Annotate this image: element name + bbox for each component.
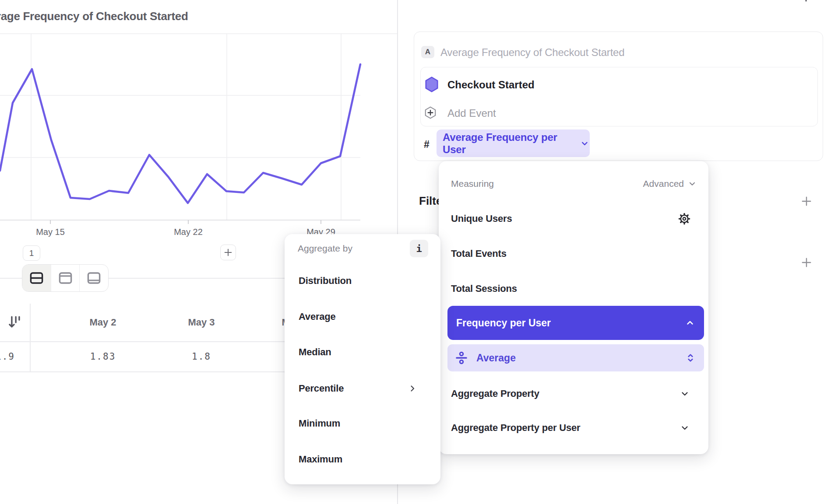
metric-name-input[interactable]: Average Frequency of Checkout Started	[440, 46, 624, 59]
menu-item-distribution[interactable]: Distribution	[299, 271, 430, 290]
plus-icon	[801, 196, 812, 207]
x-tick-label: May 22	[174, 227, 203, 237]
advanced-toggle[interactable]: Advanced	[643, 178, 697, 189]
metric-section-heading: Metric	[419, 0, 453, 2]
add-chart-button[interactable]	[220, 245, 236, 260]
aggregate-by-header: Aggregate by	[298, 243, 352, 254]
up-down-arrows-icon	[685, 352, 696, 364]
x-tick-label: May 15	[36, 227, 65, 237]
measuring-header: Measuring	[451, 178, 494, 189]
line-chart	[0, 0, 397, 245]
add-breakdown-button[interactable]	[801, 257, 812, 268]
gear-icon[interactable]	[678, 212, 691, 225]
chevron-up-icon	[685, 318, 695, 328]
event-hexagon-icon	[424, 76, 439, 93]
table-column-divider	[30, 304, 31, 372]
add-filter-button[interactable]	[801, 196, 812, 207]
menu-item-aggregate-property-per-user[interactable]: Aggregate Property per User	[451, 418, 697, 438]
measurement-label: Average Frequency per User	[443, 131, 575, 156]
series-letter-badge[interactable]: A	[421, 46, 434, 58]
aggregate-by-header-row: Aggregate by	[298, 239, 429, 258]
measuring-header-row: Measuring Advanced	[451, 174, 697, 193]
chevron-down-icon	[687, 179, 697, 189]
layout-toggle-group	[22, 264, 109, 292]
sort-descending-icon	[7, 314, 22, 331]
measurement-dropdown[interactable]: Average Frequency per User	[437, 130, 590, 157]
menu-item-average-aggregation[interactable]: Average	[447, 344, 704, 371]
layout-top-panel-button[interactable]	[51, 265, 80, 291]
menu-item-unique-users[interactable]: Unique Users	[451, 209, 697, 228]
add-event-icon[interactable]	[424, 106, 437, 119]
menu-item-median[interactable]: Median	[299, 343, 430, 362]
table-cell: 1.83	[55, 341, 151, 371]
add-metric-button[interactable]	[800, 0, 812, 3]
menu-item-total-sessions[interactable]: Total Sessions	[451, 279, 697, 298]
menu-item-percentile[interactable]: Percentile	[299, 379, 430, 398]
menu-item-minimum[interactable]: Minimum	[299, 414, 430, 433]
plus-icon	[223, 248, 233, 257]
granularity-input[interactable]: 1	[23, 245, 40, 261]
bottom-panel-icon	[86, 270, 102, 286]
add-event-button[interactable]: Add Event	[447, 107, 496, 119]
sort-column-header[interactable]	[0, 304, 30, 341]
table-header-may2[interactable]: May 2	[55, 304, 151, 341]
numeric-operator-symbol: #	[424, 139, 430, 150]
table-cell: 1.8	[153, 341, 250, 371]
layout-split-horizontal-button[interactable]	[22, 265, 51, 291]
layout-bottom-panel-button[interactable]	[79, 265, 108, 291]
insights-editor: Average Frequency of Checkout Started Ma…	[0, 0, 831, 504]
split-horizontal-icon	[28, 270, 45, 286]
chevron-down-icon	[580, 138, 590, 149]
chevron-down-icon	[680, 423, 690, 433]
event-row[interactable]: Checkout Started	[447, 79, 535, 91]
menu-item-average[interactable]: Average	[299, 307, 430, 326]
chevron-right-icon	[407, 383, 418, 394]
info-icon[interactable]: i	[410, 240, 428, 257]
divide-icon	[454, 351, 468, 365]
table-header-may3[interactable]: May 3	[153, 304, 250, 341]
menu-item-maximum[interactable]: Maximum	[299, 450, 430, 469]
top-panel-icon	[57, 270, 74, 286]
plus-icon	[801, 257, 812, 268]
chevron-down-icon	[680, 388, 690, 399]
menu-item-aggregate-property[interactable]: Aggregate Property	[451, 384, 697, 403]
plus-icon	[800, 0, 812, 3]
menu-item-frequency-per-user[interactable]: Frequency per User	[447, 306, 704, 340]
table-cell-overall: 1.9	[0, 341, 20, 371]
menu-item-total-events[interactable]: Total Events	[451, 244, 697, 263]
